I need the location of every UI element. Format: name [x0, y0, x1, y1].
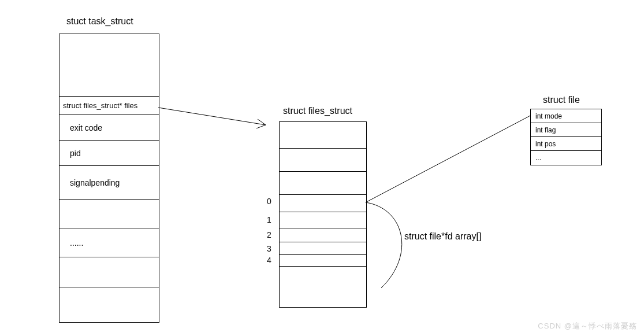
field-etc-1 [59, 200, 159, 228]
fd-index-4: 4 [267, 256, 271, 265]
task-struct-empty-top [59, 34, 159, 97]
files-struct-row-0 [280, 122, 366, 149]
svg-line-1 [366, 116, 530, 202]
title-task-struct: stuct task_struct [66, 16, 133, 27]
field-exit-code: exit code [59, 115, 159, 141]
fd-row-3 [280, 242, 366, 255]
title-file: struct file [543, 95, 580, 105]
task-struct-empty-mid [59, 257, 159, 287]
fd-row-4 [280, 255, 366, 267]
title-files-struct: struct files_struct [283, 106, 352, 116]
files-struct-row-1 [280, 149, 366, 172]
file-box: int mode int flag int pos ... [530, 109, 602, 165]
field-pid: pid [59, 141, 159, 166]
field-files-ptr: struct files_struct* files [59, 97, 159, 115]
fd-row-2 [280, 228, 366, 242]
file-field-etc: ... [531, 151, 601, 165]
file-field-flag: int flag [531, 123, 601, 137]
field-signalpending: signalpending [59, 166, 159, 200]
task-struct-box: struct files_struct* files exit code pid… [59, 34, 159, 323]
fd-array-label: struct file*fd array[] [404, 231, 481, 242]
fd-row-1 [280, 212, 366, 228]
fd-index-3: 3 [267, 244, 271, 253]
field-etc-2: ...... [59, 228, 159, 257]
fd-row-0 [280, 195, 366, 212]
files-struct-row-2 [280, 172, 366, 195]
svg-line-0 [158, 108, 266, 125]
file-field-mode: int mode [531, 109, 601, 123]
fd-index-2: 2 [267, 230, 271, 239]
fd-index-1: 1 [267, 215, 271, 224]
file-field-pos: int pos [531, 137, 601, 151]
fd-index-0: 0 [267, 197, 271, 206]
watermark: CSDN @這～悸べ雨落憂殇 [538, 321, 637, 331]
files-struct-box [279, 121, 367, 308]
